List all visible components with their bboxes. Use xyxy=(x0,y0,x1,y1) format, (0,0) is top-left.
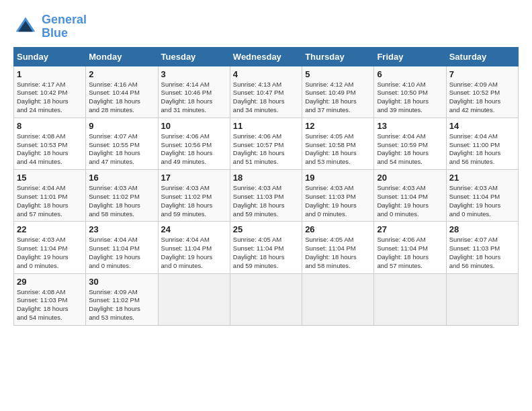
calendar-cell: 24Sunrise: 4:04 AM Sunset: 11:04 PM Dayl… xyxy=(158,222,230,273)
weekday-header-tuesday: Tuesday xyxy=(158,47,230,66)
day-info: Sunrise: 4:03 AM Sunset: 11:03 PM Daylig… xyxy=(233,184,299,218)
day-number: 4 xyxy=(233,69,299,79)
day-number: 16 xyxy=(89,173,154,183)
day-info: Sunrise: 4:04 AM Sunset: 11:00 PM Daylig… xyxy=(449,132,515,167)
calendar-week-2: 8Sunrise: 4:08 AM Sunset: 10:53 PM Dayli… xyxy=(14,118,519,169)
calendar-cell: 2Sunrise: 4:16 AM Sunset: 10:44 PM Dayli… xyxy=(86,66,158,118)
day-number: 15 xyxy=(17,173,83,183)
day-info: Sunrise: 4:03 AM Sunset: 11:02 PM Daylig… xyxy=(89,184,154,218)
day-number: 21 xyxy=(449,173,515,183)
day-info: Sunrise: 4:04 AM Sunset: 11:04 PM Daylig… xyxy=(89,236,154,270)
day-number: 25 xyxy=(233,224,299,234)
day-info: Sunrise: 4:04 AM Sunset: 11:04 PM Daylig… xyxy=(161,236,227,270)
day-number: 11 xyxy=(233,121,299,131)
calendar-cell: 21Sunrise: 4:03 AM Sunset: 11:04 PM Dayl… xyxy=(446,170,518,222)
day-info: Sunrise: 4:07 AM Sunset: 11:03 PM Daylig… xyxy=(449,236,515,270)
calendar-cell: 15Sunrise: 4:04 AM Sunset: 11:01 PM Dayl… xyxy=(14,170,86,222)
day-number: 24 xyxy=(161,224,227,234)
day-info: Sunrise: 4:08 AM Sunset: 11:03 PM Daylig… xyxy=(17,288,83,322)
calendar-cell: 1Sunrise: 4:17 AM Sunset: 10:42 PM Dayli… xyxy=(14,66,86,118)
day-number: 29 xyxy=(17,277,83,287)
day-info: Sunrise: 4:04 AM Sunset: 10:59 PM Daylig… xyxy=(377,132,443,167)
calendar-cell xyxy=(446,273,518,325)
weekday-header-sunday: Sunday xyxy=(14,47,86,66)
day-info: Sunrise: 4:17 AM Sunset: 10:42 PM Daylig… xyxy=(17,81,83,115)
day-info: Sunrise: 4:05 AM Sunset: 10:58 PM Daylig… xyxy=(305,132,371,167)
header: General Blue xyxy=(13,13,519,40)
calendar-cell: 13Sunrise: 4:04 AM Sunset: 10:59 PM Dayl… xyxy=(374,118,446,169)
calendar-week-1: 1Sunrise: 4:17 AM Sunset: 10:42 PM Dayli… xyxy=(14,66,519,118)
day-number: 12 xyxy=(305,121,371,131)
day-number: 3 xyxy=(161,69,227,79)
calendar-cell: 30Sunrise: 4:09 AM Sunset: 11:02 PM Dayl… xyxy=(86,273,158,325)
calendar-cell: 19Sunrise: 4:03 AM Sunset: 11:03 PM Dayl… xyxy=(302,170,374,222)
calendar-cell xyxy=(230,273,302,325)
calendar-cell: 25Sunrise: 4:05 AM Sunset: 11:04 PM Dayl… xyxy=(230,222,302,273)
calendar-cell: 22Sunrise: 4:03 AM Sunset: 11:04 PM Dayl… xyxy=(14,222,86,273)
day-number: 23 xyxy=(89,224,154,234)
calendar-cell: 28Sunrise: 4:07 AM Sunset: 11:03 PM Dayl… xyxy=(446,222,518,273)
calendar-cell: 6Sunrise: 4:10 AM Sunset: 10:50 PM Dayli… xyxy=(374,66,446,118)
day-info: Sunrise: 4:03 AM Sunset: 11:04 PM Daylig… xyxy=(449,184,515,218)
day-info: Sunrise: 4:05 AM Sunset: 11:04 PM Daylig… xyxy=(233,236,299,270)
day-number: 20 xyxy=(377,173,443,183)
calendar-week-3: 15Sunrise: 4:04 AM Sunset: 11:01 PM Dayl… xyxy=(14,170,519,222)
day-number: 30 xyxy=(89,277,154,287)
day-info: Sunrise: 4:03 AM Sunset: 11:02 PM Daylig… xyxy=(161,184,227,218)
weekday-header-wednesday: Wednesday xyxy=(230,47,302,66)
day-number: 18 xyxy=(233,173,299,183)
day-number: 26 xyxy=(305,224,371,234)
day-info: Sunrise: 4:06 AM Sunset: 10:57 PM Daylig… xyxy=(233,132,299,167)
calendar-cell: 14Sunrise: 4:04 AM Sunset: 11:00 PM Dayl… xyxy=(446,118,518,169)
calendar-cell: 20Sunrise: 4:03 AM Sunset: 11:04 PM Dayl… xyxy=(374,170,446,222)
day-info: Sunrise: 4:14 AM Sunset: 10:46 PM Daylig… xyxy=(161,81,227,115)
day-number: 2 xyxy=(89,69,154,79)
day-info: Sunrise: 4:12 AM Sunset: 10:49 PM Daylig… xyxy=(305,81,371,115)
day-number: 1 xyxy=(17,69,83,79)
calendar-cell xyxy=(374,273,446,325)
day-number: 10 xyxy=(161,121,227,131)
calendar-cell: 5Sunrise: 4:12 AM Sunset: 10:49 PM Dayli… xyxy=(302,66,374,118)
calendar-cell: 27Sunrise: 4:06 AM Sunset: 11:04 PM Dayl… xyxy=(374,222,446,273)
calendar-cell: 29Sunrise: 4:08 AM Sunset: 11:03 PM Dayl… xyxy=(14,273,86,325)
calendar-cell: 9Sunrise: 4:07 AM Sunset: 10:55 PM Dayli… xyxy=(86,118,158,169)
weekday-header-thursday: Thursday xyxy=(302,47,374,66)
day-info: Sunrise: 4:08 AM Sunset: 10:53 PM Daylig… xyxy=(17,132,83,167)
calendar-week-5: 29Sunrise: 4:08 AM Sunset: 11:03 PM Dayl… xyxy=(14,273,519,325)
day-info: Sunrise: 4:07 AM Sunset: 10:55 PM Daylig… xyxy=(89,132,154,167)
calendar-cell: 10Sunrise: 4:06 AM Sunset: 10:56 PM Dayl… xyxy=(158,118,230,169)
day-number: 5 xyxy=(305,69,371,79)
day-number: 14 xyxy=(449,121,515,131)
logo-text: General Blue xyxy=(42,13,87,40)
calendar-cell xyxy=(158,273,230,325)
calendar-cell: 16Sunrise: 4:03 AM Sunset: 11:02 PM Dayl… xyxy=(86,170,158,222)
day-number: 28 xyxy=(449,224,515,234)
day-number: 8 xyxy=(17,121,83,131)
day-number: 6 xyxy=(377,69,443,79)
weekday-header-monday: Monday xyxy=(86,47,158,66)
weekday-header-row: SundayMondayTuesdayWednesdayThursdayFrid… xyxy=(14,47,519,66)
day-info: Sunrise: 4:13 AM Sunset: 10:47 PM Daylig… xyxy=(233,81,299,115)
day-info: Sunrise: 4:03 AM Sunset: 11:04 PM Daylig… xyxy=(377,184,443,218)
calendar-cell: 3Sunrise: 4:14 AM Sunset: 10:46 PM Dayli… xyxy=(158,66,230,118)
logo-icon xyxy=(13,15,38,39)
day-number: 19 xyxy=(305,173,371,183)
day-info: Sunrise: 4:16 AM Sunset: 10:44 PM Daylig… xyxy=(89,81,154,115)
day-info: Sunrise: 4:05 AM Sunset: 11:04 PM Daylig… xyxy=(305,236,371,270)
calendar-cell: 26Sunrise: 4:05 AM Sunset: 11:04 PM Dayl… xyxy=(302,222,374,273)
calendar-cell: 11Sunrise: 4:06 AM Sunset: 10:57 PM Dayl… xyxy=(230,118,302,169)
day-number: 9 xyxy=(89,121,154,131)
calendar-cell xyxy=(302,273,374,325)
calendar-cell: 8Sunrise: 4:08 AM Sunset: 10:53 PM Dayli… xyxy=(14,118,86,169)
calendar-table: SundayMondayTuesdayWednesdayThursdayFrid… xyxy=(13,47,519,326)
weekday-header-saturday: Saturday xyxy=(446,47,518,66)
calendar-cell: 23Sunrise: 4:04 AM Sunset: 11:04 PM Dayl… xyxy=(86,222,158,273)
day-info: Sunrise: 4:09 AM Sunset: 10:52 PM Daylig… xyxy=(449,81,515,115)
day-number: 27 xyxy=(377,224,443,234)
calendar-cell: 17Sunrise: 4:03 AM Sunset: 11:02 PM Dayl… xyxy=(158,170,230,222)
weekday-header-friday: Friday xyxy=(374,47,446,66)
day-info: Sunrise: 4:03 AM Sunset: 11:03 PM Daylig… xyxy=(305,184,371,218)
day-number: 22 xyxy=(17,224,83,234)
day-info: Sunrise: 4:09 AM Sunset: 11:02 PM Daylig… xyxy=(89,288,154,322)
day-number: 13 xyxy=(377,121,443,131)
